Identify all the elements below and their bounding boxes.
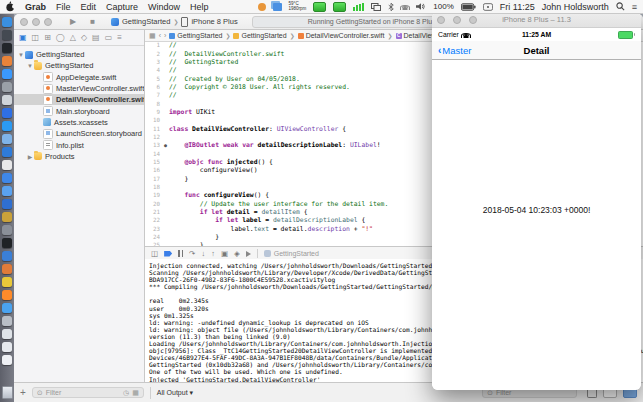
notification-center-icon[interactable]: ≡ — [632, 2, 637, 12]
debug-gauge-icon[interactable]: ▤ — [92, 33, 100, 42]
issues-icon[interactable]: △ — [70, 33, 76, 42]
stop-button[interactable]: ■ — [90, 17, 95, 26]
sidebar-item-gettingstarted[interactable]: ▼GettingStarted — [14, 60, 144, 71]
dock-app-icon[interactable] — [2, 147, 12, 157]
dock-app-icon[interactable] — [2, 134, 12, 144]
hide-debug-area-icon[interactable]: ◫ — [151, 249, 158, 258]
step-out-icon[interactable]: ↑ — [211, 249, 215, 258]
project-navigator-icon[interactable]: ▣ — [19, 33, 27, 42]
sidebar-item-detailviewcontroller-swift[interactable]: DetailViewController.swift — [14, 94, 144, 105]
dock-app-icon[interactable] — [2, 108, 12, 118]
dock-app-icon[interactable] — [2, 95, 12, 105]
sidebar-item-products[interactable]: ▶Products — [14, 151, 144, 162]
sidebar-item-assets-xcassets[interactable]: Assets.xcassets — [14, 117, 144, 128]
scheme-selector[interactable]: GettingStarted ❯ iPhone 8 Plus — [111, 17, 238, 27]
input-source-icon[interactable] — [483, 3, 493, 11]
source-control-icon[interactable]: ◫ — [32, 33, 40, 42]
jumpbar-crumb[interactable]: GettingStarted — [169, 32, 222, 39]
process-indicator[interactable]: GettingStarted — [264, 250, 319, 257]
dock-app-icon[interactable] — [2, 69, 12, 79]
jumpbar-crumb[interactable]: GettingStarted — [233, 32, 286, 39]
sidebar-item-appdelegate-swift[interactable]: AppDelegate.swift — [14, 72, 144, 83]
back-icon[interactable]: ‹ — [159, 32, 161, 39]
spotlight-search-icon[interactable] — [616, 2, 625, 11]
variables-filter-field[interactable]: ⊙ Filter ◷ ▦ — [32, 387, 144, 398]
minimize-window-button[interactable] — [32, 18, 40, 26]
disclosure-triangle[interactable]: ▶ — [26, 153, 34, 160]
close-window-button[interactable] — [20, 18, 28, 26]
sidebar-item-masterviewcontroller-swift[interactable]: MasterViewController.swift — [14, 83, 144, 94]
bluetooth-icon[interactable] — [388, 2, 394, 12]
volume-icon[interactable] — [416, 2, 426, 11]
dock-app-icon[interactable] — [2, 225, 12, 235]
sidebar-item-gettingstarted[interactable]: ▼GettingStarted — [14, 49, 144, 60]
dock-app-icon[interactable] — [2, 303, 12, 313]
istat-app-icon[interactable] — [258, 3, 266, 11]
breakpoints-toggle-icon[interactable] — [164, 251, 172, 257]
stack-app-icon[interactable] — [273, 3, 282, 11]
debug-view-hierarchy-icon[interactable]: ▣ — [221, 249, 228, 258]
dock-app-icon[interactable] — [2, 264, 12, 274]
dock-app-icon[interactable] — [2, 173, 12, 183]
wifi-icon[interactable] — [401, 4, 409, 10]
dock-app-icon[interactable] — [2, 355, 12, 365]
memory-graph-icon[interactable]: ◈ — [234, 249, 240, 258]
displays-icon[interactable] — [371, 3, 381, 11]
sidebar-item-launchscreen-storyboard[interactable]: LaunchScreen.storyboard — [14, 128, 144, 139]
dock-app-icon[interactable] — [2, 17, 12, 27]
recent-icon[interactable]: ◷ — [123, 389, 129, 397]
dock-app-icon[interactable] — [2, 186, 12, 196]
disclosure-triangle[interactable]: ▼ — [26, 63, 34, 69]
forward-icon[interactable]: › — [164, 32, 166, 39]
step-over-icon[interactable]: ↷ — [189, 249, 195, 258]
scope-icon[interactable]: ▦ — [132, 389, 139, 397]
related-items-icon[interactable]: ▦ — [149, 32, 156, 40]
disclosure-triangle[interactable]: ▼ — [17, 52, 25, 58]
menu-app-name[interactable]: Grab — [25, 2, 46, 12]
dock-app-icon[interactable] — [2, 251, 12, 261]
menu-clock[interactable]: Fri 11:25 — [500, 2, 535, 12]
add-button[interactable]: + — [20, 387, 26, 398]
sidebar-item-info-plist[interactable]: Info.plist — [14, 139, 144, 150]
console-output-selector[interactable]: All Output ▾ — [157, 389, 193, 397]
battery-icon[interactable] — [461, 3, 476, 11]
search-icon[interactable]: ◯ — [56, 33, 65, 42]
dock-app-icon[interactable] — [2, 329, 12, 339]
run-button[interactable]: ▶ — [70, 17, 76, 26]
pause-icon[interactable] — [178, 250, 183, 257]
dock-app-icon[interactable] — [2, 290, 12, 300]
dock-app-icon[interactable] — [2, 43, 12, 53]
menu-item[interactable]: Window — [148, 2, 180, 12]
dock-app-icon[interactable] — [2, 30, 12, 40]
symbols-icon[interactable]: ⊞ — [44, 33, 51, 42]
dock-app-icon[interactable] — [2, 160, 12, 170]
dock-app-icon[interactable] — [2, 82, 12, 92]
zoom-window-button[interactable] — [44, 18, 52, 26]
dock-app-icon[interactable] — [2, 199, 12, 209]
network-meter-icon[interactable] — [353, 3, 364, 11]
sidebar-item-main-storyboard[interactable]: Main.storyboard — [14, 105, 144, 116]
sensor-readout[interactable]: 59°C1980rpm — [289, 2, 307, 11]
simulate-location-icon[interactable] — [246, 251, 251, 257]
memory-meter-icon[interactable] — [333, 2, 346, 12]
menu-user-name[interactable]: John Holdsworth — [542, 2, 609, 12]
trash-icon[interactable] — [2, 386, 13, 399]
dock-app-icon[interactable] — [2, 277, 12, 287]
step-into-icon[interactable]: ↓ — [201, 249, 205, 258]
reports-icon[interactable]: ≡ — [117, 33, 122, 42]
tests-icon[interactable]: ◇ — [81, 33, 87, 42]
menu-item[interactable]: Capture — [106, 2, 138, 12]
dock-app-icon[interactable] — [2, 56, 12, 66]
dock-app-icon[interactable] — [2, 238, 12, 248]
breakpoints-icon[interactable]: ▭ — [105, 33, 113, 42]
apple-logo-icon[interactable] — [6, 1, 15, 12]
menu-item[interactable]: File — [56, 2, 71, 12]
dock-app-icon[interactable] — [2, 121, 12, 131]
dock-app-icon[interactable] — [2, 342, 12, 352]
cpu-meter-icon[interactable] — [313, 2, 326, 12]
dock-app-icon[interactable] — [2, 212, 12, 222]
menu-item[interactable]: Edit — [81, 2, 97, 12]
dock-app-icon[interactable] — [2, 316, 12, 326]
menu-item[interactable]: Help — [190, 2, 209, 12]
jumpbar-crumb[interactable]: DetailViewController.swift — [298, 32, 385, 39]
